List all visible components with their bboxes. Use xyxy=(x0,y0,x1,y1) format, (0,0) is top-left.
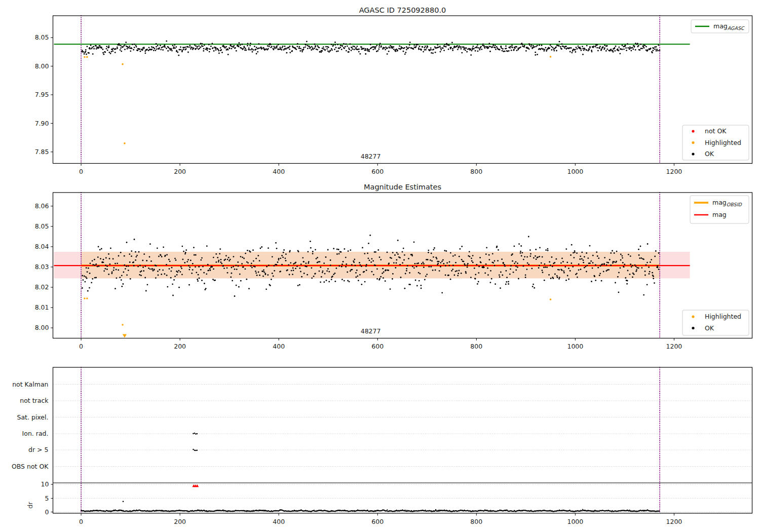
x-tick-label: 1000 xyxy=(567,168,583,175)
highlighted-point xyxy=(122,63,124,65)
x-tick-label: 800 xyxy=(470,168,482,175)
category-label: dr > 5 xyxy=(28,446,48,453)
y-tick-label: 7.95 xyxy=(35,91,49,98)
x-tick-label: 1000 xyxy=(567,518,583,525)
y-tick-label: 8.02 xyxy=(35,283,49,291)
y-tick-label: 8.05 xyxy=(35,222,49,230)
category-label: Sat. pixel. xyxy=(17,413,49,421)
dr-axis-label: dr xyxy=(26,502,34,509)
x-tick-label: 0 xyxy=(79,518,83,525)
flag-point xyxy=(197,449,198,451)
x-tick-label: 400 xyxy=(273,343,285,350)
y-tick-label: 8.00 xyxy=(35,324,49,331)
legend-label: OK xyxy=(705,324,714,332)
dr-tick-label: 0 xyxy=(45,508,49,516)
magnitude-plots-svg: 0200400600800100012007.857.907.958.008.0… xyxy=(0,0,760,532)
obsid-text: 48277 xyxy=(361,153,381,160)
x-tick-label: 200 xyxy=(174,343,186,350)
x-tick-label: 1200 xyxy=(666,518,682,525)
magest-legend-0: magOBSIDmag xyxy=(690,196,749,223)
legend-marker-sample xyxy=(692,130,694,132)
highlighted-point xyxy=(550,56,552,58)
highlighted-point xyxy=(84,56,86,58)
agasc-legend-1: not OKHighlightedOK xyxy=(682,125,749,160)
x-tick-label: 1200 xyxy=(666,168,682,175)
flag-point xyxy=(195,433,197,435)
x-tick-label: 1200 xyxy=(666,343,682,350)
flag-point xyxy=(194,433,196,434)
x-tick-label: 200 xyxy=(174,518,186,525)
legend-label: Highlighted xyxy=(705,313,741,320)
y-tick-label: 7.90 xyxy=(35,120,49,127)
highlighted-point xyxy=(122,324,124,326)
legend-marker-sample xyxy=(692,315,694,318)
dr-tick-label: 5 xyxy=(45,495,49,502)
x-tick-label: 200 xyxy=(174,168,186,175)
x-tick-label: 600 xyxy=(371,343,384,350)
highlighted-point xyxy=(86,297,88,299)
plot-title: AGASC ID 725092880.0 xyxy=(359,6,446,14)
y-tick-label: 8.00 xyxy=(35,62,49,70)
highlighted-point xyxy=(84,297,86,299)
x-tick-label: 400 xyxy=(273,518,285,525)
y-tick-label: 8.01 xyxy=(35,303,49,311)
category-label: not Kalman xyxy=(12,381,48,388)
y-tick-label: 8.06 xyxy=(35,202,49,210)
category-label: not track xyxy=(20,397,49,404)
x-tick-label: 400 xyxy=(273,168,285,175)
stray-dr-point xyxy=(123,501,124,502)
legend-label: mag xyxy=(712,211,727,218)
flag-point xyxy=(194,450,196,451)
dr-tick-label: 10 xyxy=(41,480,49,488)
y-tick-label: 8.03 xyxy=(35,263,49,271)
highlighted-point xyxy=(124,142,126,144)
x-tick-label: 800 xyxy=(470,518,482,525)
flag-point xyxy=(193,433,194,435)
y-tick-label: 7.85 xyxy=(35,148,49,156)
figure: 0200400600800100012007.857.907.958.008.0… xyxy=(0,0,760,532)
legend-marker-sample xyxy=(692,327,694,329)
legend-label: OK xyxy=(705,150,714,158)
category-label: OBS not OK xyxy=(12,463,49,470)
plot-title: Magnitude Estimates xyxy=(364,183,441,191)
y-tick-label: 8.05 xyxy=(35,33,49,41)
x-tick-label: 600 xyxy=(371,168,384,175)
highlighted-point xyxy=(86,56,88,58)
obsid-text: 48277 xyxy=(361,327,381,335)
x-tick-label: 1000 xyxy=(567,343,583,350)
x-tick-label: 600 xyxy=(371,518,384,525)
y-tick-label: 8.04 xyxy=(35,243,49,250)
legend-label: Highlighted xyxy=(705,139,741,146)
legend-marker-sample xyxy=(692,141,694,144)
flag-point xyxy=(197,433,198,435)
flag-point xyxy=(193,449,194,450)
x-tick-label: 800 xyxy=(470,343,482,350)
x-tick-label: 0 xyxy=(79,168,83,175)
agasc-legend-0: magAGASC xyxy=(691,20,749,33)
flag-point xyxy=(195,450,197,451)
legend-marker-sample xyxy=(692,153,694,155)
legend-label: not OK xyxy=(705,127,727,135)
highlighted-point xyxy=(550,298,552,300)
magest-legend-1: HighlightedOK xyxy=(682,310,749,335)
x-tick-label: 0 xyxy=(79,343,83,350)
category-label: Ion. rad. xyxy=(22,430,49,437)
